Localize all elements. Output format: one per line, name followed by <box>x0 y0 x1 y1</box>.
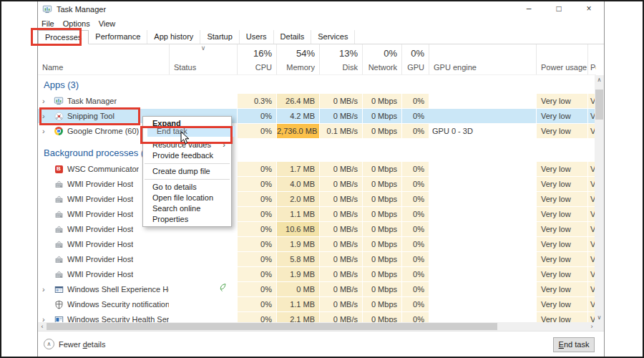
horizontal-scroll-thumb[interactable] <box>47 323 497 330</box>
tab-details[interactable]: Details <box>274 30 312 44</box>
menu-item-label: Resource values <box>152 140 211 149</box>
scrollbar-corner <box>595 322 604 331</box>
power-usage-cell: Very low <box>536 312 587 322</box>
gpu-engine-cell <box>429 312 536 322</box>
column-header-power-trend[interactable]: Pow <box>587 44 596 74</box>
process-row[interactable]: WMI Provider Host0%1.9 MB0 MB/s0 Mbps0%V… <box>38 267 596 282</box>
scroll-left-icon[interactable]: ‹ <box>38 322 47 331</box>
gpu-engine-cell <box>429 109 536 123</box>
menubar-item-view[interactable]: View <box>99 19 120 28</box>
tab-processes[interactable]: Processes <box>38 30 89 44</box>
expander-chevron-icon[interactable]: › <box>38 282 54 296</box>
end-task-button[interactable]: End task <box>553 337 595 352</box>
tab-performance[interactable]: Performance <box>89 30 147 44</box>
process-name-label: WMI Provider Host <box>67 237 133 251</box>
disk-cell: 0 MB/s <box>319 207 362 221</box>
close-button[interactable]: × <box>574 1 604 17</box>
process-row[interactable]: ›Google Chrome (60)0%2,736.0 MB0.1 MB/s0… <box>38 124 596 139</box>
power-usage-cell: Very low <box>536 94 587 108</box>
column-header-power-usage[interactable]: Power usage <box>536 44 587 74</box>
tab-startup[interactable]: Startup <box>200 30 239 44</box>
fewer-details-toggle[interactable]: ∧ Fewer details <box>44 339 105 349</box>
process-name-cell: WMI Provider Host <box>38 267 169 281</box>
disk-cell: 0.1 MB/s <box>319 124 362 138</box>
fewer-details-label: Fewer details <box>59 340 105 349</box>
menu-item-resource-values[interactable]: Resource values› <box>143 140 231 150</box>
column-header-cpu[interactable]: 16%CPU <box>237 44 276 74</box>
scroll-down-icon[interactable]: ∨ <box>595 313 604 322</box>
menu-item-label: End task <box>157 127 187 135</box>
memory-cell: 1.7 MB <box>276 162 319 176</box>
security-shield-icon <box>54 299 64 309</box>
power-usage-header-label: Power usage <box>541 63 587 72</box>
menu-item-create-dump-file[interactable]: Create dump file <box>143 166 231 177</box>
process-row[interactable]: WMI Provider Host0%1.9 MB0 MB/s0 Mbps0%V… <box>38 237 596 252</box>
process-row[interactable]: ›Windows Shell Experience Host0%0 MB0 MB… <box>38 282 596 297</box>
memory-cell: 1.9 MB <box>276 267 319 281</box>
tab-app-history[interactable]: App history <box>147 30 200 44</box>
vertical-scroll-thumb[interactable] <box>595 90 603 120</box>
vertical-scrollbar[interactable]: ∧ ∨ <box>595 75 604 322</box>
column-header-memory[interactable]: 54%Memory <box>276 44 319 74</box>
wmi-provider-icon <box>54 179 64 189</box>
column-header-gpu-engine[interactable]: GPU engine <box>429 44 536 74</box>
menu-item-open-file-location[interactable]: Open file location <box>143 193 231 203</box>
process-row[interactable]: WMI Provider Host0%10.6 MB0 MB/s0 Mbps0%… <box>38 222 596 237</box>
menu-item-end-task[interactable]: End task <box>147 126 235 137</box>
menubar-item-options[interactable]: Options <box>63 19 94 28</box>
process-row[interactable]: ›Task Manager0.3%26.4 MB0 MB/s0 Mbps0%Ve… <box>38 94 596 109</box>
process-name-label: Google Chrome (60) <box>67 124 139 138</box>
scroll-up-icon[interactable]: ∧ <box>595 75 604 84</box>
menu-item-properties[interactable]: Properties <box>143 214 231 225</box>
column-header-network[interactable]: 0%Network <box>362 44 401 74</box>
tab-users[interactable]: Users <box>240 30 274 44</box>
window-title: Task Manager <box>57 5 106 14</box>
process-list: Apps (3)›Task Manager0.3%26.4 MB0 MB/s0 … <box>38 75 596 322</box>
gpu-engine-cell <box>429 192 536 206</box>
column-header-name[interactable]: Name <box>38 44 169 74</box>
process-row[interactable]: WMI Provider Host0%5.8 MB0 MB/s0 Mbps0%V… <box>38 252 596 267</box>
process-row[interactable]: ›Snipping Tool0%4.2 MB0 MB/s0 Mbps0%Very… <box>38 109 596 124</box>
process-row[interactable]: WMI Provider Host0%2.0 MB0 MB/s0 Mbps0%V… <box>38 192 596 207</box>
expander-chevron-icon[interactable]: › <box>38 312 54 322</box>
process-row[interactable]: Windows Security notification i...0%1.1 … <box>38 297 596 312</box>
gpu-cell: 0% <box>401 267 429 281</box>
gpu-cell: 0% <box>401 237 429 251</box>
expander-chevron-icon[interactable]: › <box>38 94 54 108</box>
power-trend-header-label: Pow <box>590 63 596 72</box>
menu-item-go-to-details[interactable]: Go to details <box>143 182 231 193</box>
menu-item-search-online[interactable]: Search online <box>143 203 231 214</box>
power-usage-cell: Very low <box>536 267 587 281</box>
menubar-item-file[interactable]: File <box>42 19 59 28</box>
process-name-label: WSC Communicator <box>67 162 139 176</box>
power-usage-cell: Very low <box>536 192 587 206</box>
process-row[interactable]: ›Windows Security Health Service0%2.1 MB… <box>38 312 596 322</box>
expander-chevron-icon[interactable]: › <box>38 124 54 138</box>
maximize-button[interactable]: □ <box>544 1 574 17</box>
process-row[interactable]: WMI Provider Host0%1.1 MB0 MB/s0 Mbps0%V… <box>38 207 596 222</box>
cpu-cell: 0.3% <box>237 94 276 108</box>
wsc-communicator-icon: B <box>54 164 64 174</box>
usage-percent-gpu: 0% <box>411 48 424 59</box>
minimize-button[interactable]: – <box>514 1 544 17</box>
usage-label-memory: Memory <box>286 63 315 72</box>
process-row[interactable]: BWSC Communicator0%1.7 MB0 MB/s0 Mbps0%V… <box>38 162 596 177</box>
cpu-cell: 0% <box>237 162 276 176</box>
column-header-gpu[interactable]: 0%GPU <box>401 44 429 74</box>
column-header-status[interactable]: ∨ Status <box>169 44 237 74</box>
process-name-label: Windows Shell Experience Host <box>67 282 169 296</box>
status-header-label: Status <box>174 63 196 72</box>
horizontal-scrollbar[interactable]: ‹ › <box>38 322 596 331</box>
gpu-engine-cell <box>429 297 536 311</box>
usage-label-network: Network <box>369 63 397 72</box>
expander-chevron-icon[interactable]: › <box>38 109 54 123</box>
disk-cell: 0 MB/s <box>319 177 362 191</box>
disk-cell: 0 MB/s <box>319 252 362 266</box>
task-manager-icon <box>54 96 64 106</box>
process-row[interactable]: WMI Provider Host0%4.0 MB0 MB/s0 Mbps0%V… <box>38 177 596 192</box>
column-header-disk[interactable]: 13%Disk <box>319 44 362 74</box>
gpu-engine-cell <box>429 207 536 221</box>
tab-services[interactable]: Services <box>311 30 355 44</box>
menu-item-provide-feedback[interactable]: Provide feedback <box>143 150 231 161</box>
memory-cell: 1.1 MB <box>276 297 319 311</box>
